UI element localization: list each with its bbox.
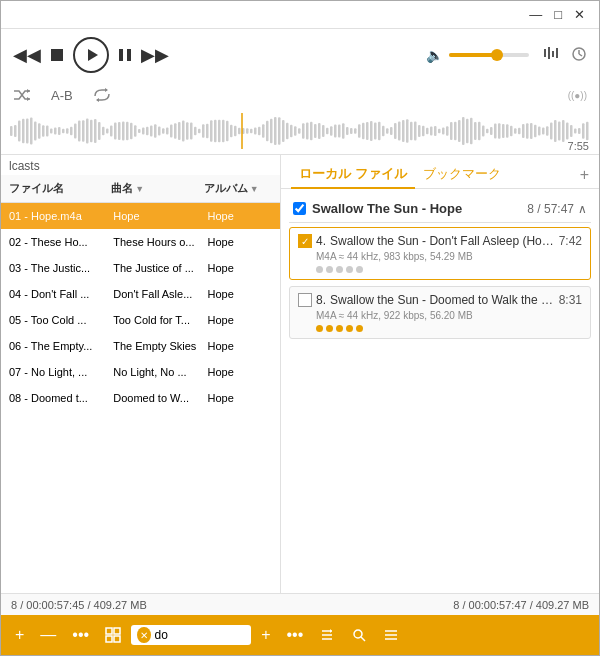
minimize-button[interactable]: — bbox=[523, 5, 548, 24]
svg-rect-52 bbox=[158, 127, 161, 136]
item-filename: 01 - Hope.m4a bbox=[9, 210, 113, 222]
clear-search-button[interactable]: ✕ bbox=[137, 627, 150, 643]
waveform-area[interactable]: 7:55 bbox=[1, 109, 599, 155]
bookmark-dot bbox=[346, 266, 353, 273]
bookmark-item-meta: M4A ≈ 44 kHz, 922 kbps, 56.20 MB bbox=[316, 310, 582, 321]
svg-rect-112 bbox=[398, 122, 401, 141]
svg-rect-153 bbox=[562, 120, 565, 142]
search-right-button[interactable] bbox=[345, 623, 373, 647]
svg-rect-98 bbox=[342, 123, 345, 139]
svg-rect-7 bbox=[556, 48, 558, 58]
playlist-item[interactable]: 06 - The Empty... The Empty Skies Hope bbox=[1, 333, 280, 359]
ab-button[interactable]: A-B bbox=[51, 88, 73, 103]
stop-button[interactable] bbox=[49, 47, 65, 63]
svg-rect-109 bbox=[386, 128, 389, 134]
bookmark-items-container: ✓ 4. Swallow the Sun - Don't Fall Asleep… bbox=[289, 227, 591, 339]
secondary-controls: A-B ((●)) bbox=[1, 81, 599, 109]
bookmark-dot bbox=[346, 325, 353, 332]
bookmark-dot bbox=[326, 266, 333, 273]
bookmark-dot bbox=[326, 325, 333, 332]
more-right-button[interactable]: ••• bbox=[281, 622, 310, 648]
svg-point-169 bbox=[354, 630, 362, 638]
time-display: 7:55 bbox=[568, 140, 589, 152]
sort-button[interactable] bbox=[313, 623, 341, 647]
tab-add-button[interactable]: + bbox=[580, 166, 589, 184]
status-bar: 8 / 00:00:57:45 / 409.27 MB 8 / 00:00:57… bbox=[1, 593, 599, 615]
shuffle-button[interactable] bbox=[13, 88, 31, 102]
prev-button[interactable]: ◀◀ bbox=[13, 44, 41, 66]
sort-arrow: ▼ bbox=[135, 184, 144, 194]
close-button[interactable]: ✕ bbox=[568, 5, 591, 24]
playlist-item[interactable]: 02 - These Ho... These Hours o... Hope bbox=[1, 229, 280, 255]
bookmark-chevron[interactable]: ∧ bbox=[578, 202, 587, 216]
svg-rect-65 bbox=[210, 120, 213, 141]
bookmark-item-checkbox[interactable] bbox=[298, 293, 312, 307]
svg-rect-104 bbox=[366, 122, 369, 140]
svg-rect-128 bbox=[462, 117, 465, 145]
svg-rect-0 bbox=[51, 49, 63, 61]
volume-icon: 🔈 bbox=[426, 47, 443, 63]
svg-marker-168 bbox=[330, 629, 332, 633]
play-button[interactable] bbox=[73, 37, 109, 73]
add-track-button[interactable]: + bbox=[9, 622, 30, 648]
svg-rect-106 bbox=[374, 123, 377, 140]
maximize-button[interactable]: □ bbox=[548, 5, 568, 24]
svg-rect-62 bbox=[198, 129, 201, 134]
menu-button[interactable] bbox=[377, 623, 405, 647]
svg-rect-155 bbox=[570, 125, 573, 137]
svg-rect-108 bbox=[382, 126, 385, 136]
equalizer-button[interactable] bbox=[543, 45, 559, 65]
svg-rect-150 bbox=[550, 123, 553, 140]
item-trackname: These Hours o... bbox=[113, 236, 207, 248]
bookmark-item-checkbox[interactable]: ✓ bbox=[298, 234, 312, 248]
playlist-item[interactable]: 03 - The Justic... The Justice of ... Ho… bbox=[1, 255, 280, 281]
svg-rect-56 bbox=[174, 123, 177, 139]
bookmark-item[interactable]: 8. Swallow the Sun - Doomed to Walk the … bbox=[289, 286, 591, 339]
item-filename: 05 - Too Cold ... bbox=[9, 314, 113, 326]
svg-rect-119 bbox=[426, 128, 429, 135]
playlist-item[interactable]: 08 - Doomed t... Doomed to W... Hope bbox=[1, 385, 280, 411]
svg-rect-20 bbox=[30, 117, 33, 144]
svg-rect-26 bbox=[54, 128, 57, 135]
right-tabs: ローカル ファイル ブックマーク + bbox=[281, 155, 599, 189]
repeat-button[interactable] bbox=[93, 88, 111, 102]
svg-rect-145 bbox=[530, 123, 533, 139]
bookmark-item[interactable]: ✓ 4. Swallow the Sun - Don't Fall Asleep… bbox=[289, 227, 591, 280]
clock-button[interactable] bbox=[571, 46, 587, 65]
playlist-item[interactable]: 05 - Too Cold ... Too Cold for T... Hope bbox=[1, 307, 280, 333]
svg-rect-88 bbox=[302, 123, 305, 139]
playlist-item[interactable]: 04 - Don't Fall ... Don't Fall Asle... H… bbox=[1, 281, 280, 307]
add-right-button[interactable]: + bbox=[255, 622, 276, 648]
svg-rect-4 bbox=[544, 49, 546, 57]
svg-rect-33 bbox=[82, 120, 85, 142]
pause-button[interactable] bbox=[117, 47, 133, 63]
svg-rect-6 bbox=[552, 51, 554, 57]
tab-bookmarks[interactable]: ブックマーク bbox=[415, 161, 509, 189]
playlist-item[interactable]: 07 - No Light, ... No Light, No ... Hope bbox=[1, 359, 280, 385]
status-right: 8 / 00:00:57:47 / 409.27 MB bbox=[300, 599, 589, 611]
svg-rect-148 bbox=[542, 127, 545, 134]
svg-rect-113 bbox=[402, 120, 405, 142]
svg-rect-55 bbox=[170, 125, 173, 138]
svg-rect-51 bbox=[154, 124, 157, 138]
svg-rect-93 bbox=[322, 125, 325, 137]
svg-rect-27 bbox=[58, 127, 61, 135]
volume-slider[interactable] bbox=[449, 53, 529, 57]
grid-button[interactable] bbox=[99, 623, 127, 647]
waveform-svg bbox=[9, 113, 591, 149]
svg-rect-144 bbox=[526, 123, 529, 139]
bookmark-section-checkbox[interactable] bbox=[293, 202, 306, 215]
svg-rect-21 bbox=[34, 121, 37, 140]
search-input[interactable] bbox=[155, 628, 246, 642]
next-button[interactable]: ▶▶ bbox=[141, 44, 169, 66]
svg-rect-46 bbox=[134, 125, 137, 136]
item-trackname: The Empty Skies bbox=[113, 340, 207, 352]
bookmark-section-header: Swallow The Sun - Hope 8 / 57:47 ∧ bbox=[289, 195, 591, 223]
tab-local-files[interactable]: ローカル ファイル bbox=[291, 161, 415, 189]
playlist-item[interactable]: 01 - Hope.m4a Hope Hope bbox=[1, 203, 280, 229]
remove-track-button[interactable]: — bbox=[34, 622, 62, 648]
svg-rect-94 bbox=[326, 128, 329, 134]
svg-rect-74 bbox=[246, 128, 249, 134]
more-options-button[interactable]: ••• bbox=[66, 622, 95, 648]
svg-rect-101 bbox=[354, 128, 357, 133]
